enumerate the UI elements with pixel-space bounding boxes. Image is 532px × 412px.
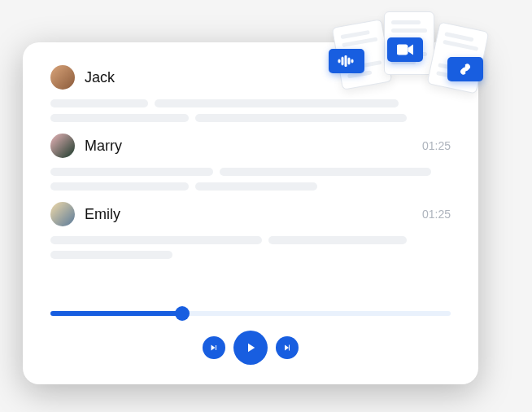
play-button[interactable] <box>233 331 268 365</box>
svg-rect-1 <box>342 57 343 65</box>
timestamp: 01:25 <box>422 208 451 221</box>
avatar <box>50 65 75 90</box>
transcript-entry: Emily 01:25 <box>50 202 451 259</box>
playback-controls <box>50 331 451 365</box>
video-icon <box>397 44 413 55</box>
progress-track[interactable] <box>50 311 451 316</box>
svg-rect-3 <box>348 58 350 64</box>
avatar <box>50 202 75 226</box>
audio-player <box>50 306 451 365</box>
video-badge <box>387 37 423 62</box>
transcript-placeholder <box>50 236 451 259</box>
next-button[interactable] <box>276 336 299 359</box>
skip-forward-icon <box>282 343 292 353</box>
link-badge <box>447 57 483 81</box>
waveform-icon <box>338 55 355 67</box>
transcript-placeholder <box>50 168 451 191</box>
entry-header: Marry 01:25 <box>50 134 451 158</box>
skip-back-icon <box>209 343 219 353</box>
svg-rect-4 <box>351 59 353 63</box>
svg-rect-5 <box>397 45 408 55</box>
timestamp: 01:25 <box>422 139 451 152</box>
svg-rect-2 <box>345 55 347 67</box>
audio-badge <box>329 49 364 73</box>
speaker-name: Marry <box>85 138 422 155</box>
link-icon <box>457 64 473 75</box>
progress-thumb[interactable] <box>175 306 190 321</box>
file-attachments <box>337 8 516 106</box>
entry-header: Emily 01:25 <box>50 202 451 226</box>
play-icon <box>243 340 258 355</box>
avatar <box>50 134 75 158</box>
previous-button[interactable] <box>203 336 225 359</box>
svg-rect-0 <box>338 59 340 63</box>
progress-fill <box>50 311 182 316</box>
transcript-entry: Marry 01:25 <box>50 134 451 191</box>
speaker-name: Emily <box>85 206 422 223</box>
